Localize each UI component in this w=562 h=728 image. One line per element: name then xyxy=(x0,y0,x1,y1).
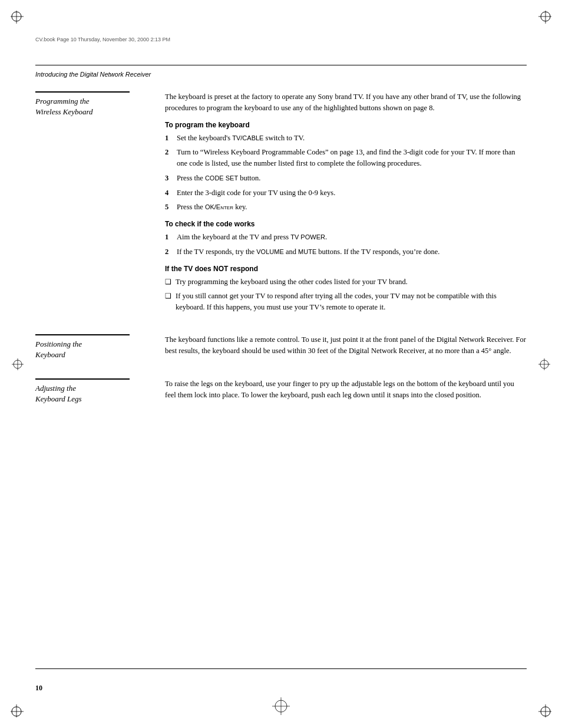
side-mark-left xyxy=(12,358,24,370)
step-num: 3 xyxy=(165,173,177,184)
step-text: Turn to “Wireless Keyboard Programmable … xyxy=(177,147,527,169)
bottom-rule xyxy=(35,668,527,669)
step-num: 1 xyxy=(165,232,177,243)
bullet-text: If you still cannot get your TV to respo… xyxy=(176,291,527,313)
step-text: Press the OK/Enter key. xyxy=(177,202,527,213)
programming-bullets: ❑ Try programming the keyboard using the… xyxy=(165,276,527,313)
adjusting-body: To raise the legs on the keyboard, use y… xyxy=(165,378,527,401)
step-text: Set the keyboard's TV/CABLE switch to TV… xyxy=(177,133,527,144)
chapter-header: Introducing the Digital Network Receiver xyxy=(35,71,151,78)
section-divider-1 xyxy=(35,317,527,334)
page: CV.book Page 10 Thursday, November 30, 2… xyxy=(0,0,562,728)
step-text: Enter the 3-digit code for your TV using… xyxy=(177,187,527,199)
section-rule-adjusting xyxy=(35,378,130,380)
bullet-symbol: ❑ xyxy=(165,276,176,288)
side-mark-right xyxy=(538,358,550,370)
programming-steps1: 1 Set the keyboard's TV/CABLE switch to … xyxy=(165,133,527,213)
programming-steps2: 1 Aim the keyboard at the TV and press T… xyxy=(165,232,527,258)
step-text: Aim the keyboard at the TV and press TV … xyxy=(177,232,527,243)
section-adjusting: Adjusting theKeyboard Legs To raise the … xyxy=(35,378,527,406)
step-num: 2 xyxy=(165,147,177,169)
bullet-text: Try programming the keyboard using the o… xyxy=(176,276,527,288)
step-text: If the TV responds, try the VOLUME and M… xyxy=(177,246,527,258)
step-item: 3 Press the CODE SET button. xyxy=(165,173,527,184)
section-title-adjusting: Adjusting theKeyboard Legs xyxy=(35,383,153,404)
section-positioning: Positioning theKeyboard The keyboard fun… xyxy=(35,334,527,361)
positioning-body: The keyboard functions like a remote con… xyxy=(165,334,527,357)
programming-subheading1: To program the keyboard xyxy=(165,120,527,130)
step-num: 4 xyxy=(165,187,177,199)
section-rule-positioning xyxy=(35,334,130,335)
programming-subheading3: If the TV does NOT respond xyxy=(165,263,527,274)
main-content: Programming theWireless Keyboard The key… xyxy=(35,91,527,669)
corner-mark-br xyxy=(528,694,551,717)
section-title-col-programming: Programming theWireless Keyboard xyxy=(35,91,165,317)
page-number: 10 xyxy=(35,684,42,693)
corner-mark-tr xyxy=(528,11,551,34)
programming-intro: The keyboard is preset at the factory to… xyxy=(165,91,527,114)
step-num: 5 xyxy=(165,202,177,213)
bullet-item: ❑ Try programming the keyboard using the… xyxy=(165,276,527,288)
section-body-programming: The keyboard is preset at the factory to… xyxy=(165,91,527,317)
section-body-adjusting: To raise the legs on the keyboard, use y… xyxy=(165,378,527,406)
programming-subheading2: To check if the code works xyxy=(165,219,527,229)
step-item: 2 If the TV responds, try the VOLUME and… xyxy=(165,246,527,258)
section-rule-programming xyxy=(35,91,130,93)
step-num: 1 xyxy=(165,133,177,144)
step-item: 5 Press the OK/Enter key. xyxy=(165,202,527,213)
section-title-programming: Programming theWireless Keyboard xyxy=(35,96,153,117)
bullet-symbol: ❑ xyxy=(165,291,176,313)
step-text: Press the CODE SET button. xyxy=(177,173,527,184)
section-title-col-adjusting: Adjusting theKeyboard Legs xyxy=(35,378,165,406)
section-programming: Programming theWireless Keyboard The key… xyxy=(35,91,527,317)
section-body-positioning: The keyboard functions like a remote con… xyxy=(165,334,527,361)
section-title-col-positioning: Positioning theKeyboard xyxy=(35,334,165,361)
step-item: 2 Turn to “Wireless Keyboard Programmabl… xyxy=(165,147,527,169)
file-info: CV.book Page 10 Thursday, November 30, 2… xyxy=(35,37,170,42)
section-divider-2 xyxy=(35,361,527,378)
corner-mark-bl xyxy=(11,694,34,717)
step-item: 1 Aim the keyboard at the TV and press T… xyxy=(165,232,527,243)
section-title-positioning: Positioning theKeyboard xyxy=(35,339,153,360)
step-item: 1 Set the keyboard's TV/CABLE switch to … xyxy=(165,133,527,144)
step-num: 2 xyxy=(165,246,177,258)
bullet-item: ❑ If you still cannot get your TV to res… xyxy=(165,291,527,313)
center-bottom-mark xyxy=(272,697,290,715)
step-item: 4 Enter the 3-digit code for your TV usi… xyxy=(165,187,527,199)
corner-mark-tl xyxy=(11,11,34,34)
top-rule xyxy=(35,65,527,65)
